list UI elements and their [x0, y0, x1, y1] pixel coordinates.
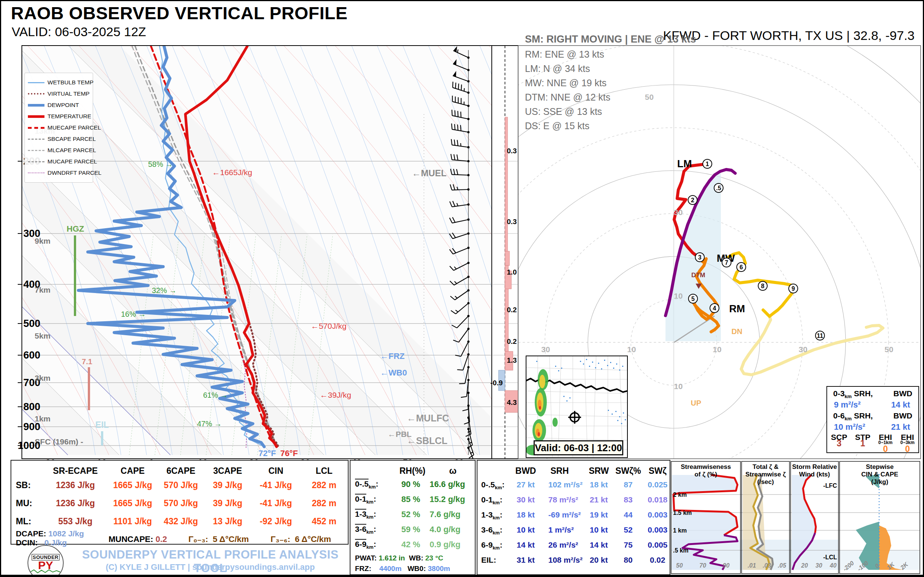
- footer: SOUNDER PY SOUNDERPY VERTICAL PROFILE AN…: [11, 546, 349, 576]
- bwd-header-SWζ: SWζ: [637, 466, 678, 476]
- radar-valid-label: Valid: 06-03 | 12:00: [535, 442, 622, 453]
- omega-label-0: 0.3: [507, 147, 517, 155]
- height-label-1km: 1km: [35, 414, 50, 423]
- legend-label-virtual: VIRTUAL TEMP: [47, 90, 90, 97]
- thermo-header-CIN: CIN: [253, 466, 299, 476]
- thermo-cell-0-2: 570 J/kg: [157, 480, 205, 490]
- hodo-label-DN: DN: [732, 327, 742, 335]
- panel-0-tick-90: 90: [723, 562, 730, 569]
- index-STP-1: STP1: [855, 434, 871, 452]
- panel-2-title-1: Wind (kts): [799, 471, 830, 478]
- thermo-cell-1-3: 39 J/kg: [203, 498, 252, 508]
- bwd-cell-0-0: 27 kt: [505, 480, 546, 489]
- panel-1-title-0: Total ζ &: [753, 463, 779, 471]
- hodo-marker-text-3: 3: [698, 254, 702, 261]
- storm-motion-line-4: DTM: NNE @ 12 kts: [525, 92, 696, 103]
- skewt-annotation-10: ←39J/kg: [320, 390, 351, 399]
- panel-3-title-2: (J/kg): [871, 478, 888, 485]
- thermo-rowlabel-MU:: MU:: [16, 498, 32, 508]
- storm-motion-line-1: RM: ENE @ 13 kts: [525, 49, 696, 60]
- skewt-annotation-0: ←1665J/kg: [212, 168, 252, 177]
- storm-motion-info: SM: RIGHT MOVING | ENE @ 13 ktsRM: ENE @…: [525, 34, 696, 135]
- bwd-layer-6-9: 6-9km:: [481, 540, 502, 551]
- hodo-marker-text-1: 1: [706, 161, 709, 167]
- rh-val-2: 52 %: [396, 509, 426, 519]
- skewt-annotation-7: ←FRZ: [380, 351, 405, 361]
- thermo-header-6CAPE: 6CAPE: [158, 466, 204, 476]
- omega-label-3: 0.2: [507, 306, 517, 314]
- thermo-cell-1-5: 282 m: [300, 498, 349, 508]
- skewt-annotation-9: 61% →: [203, 391, 228, 399]
- legend-label-dwndrft: DWNDRFT PARCEL: [47, 169, 101, 176]
- bwd-cell-3-0: 10 kt: [505, 525, 546, 534]
- thermo-cell-0-0: 1236 J/kg: [51, 480, 100, 490]
- hodo-marker-.5: .5: [714, 184, 723, 192]
- sounderpy-logo: SOUNDER PY: [27, 545, 64, 577]
- panel-2-tick-20: 20: [801, 562, 808, 569]
- footer-subtitle: (C) KYLE J GILLETT | sounderpysoundings.…: [67, 562, 354, 572]
- bwd-cell-2-0: 18 kt: [505, 510, 546, 519]
- srh-header-0: 0-3km SRH,BWD: [830, 389, 915, 399]
- bwd-cell-4-4: 0.005: [637, 540, 678, 550]
- omega-header: ω: [449, 466, 456, 476]
- panel-2-tick-30: 30: [816, 562, 822, 569]
- skewt-annotation-18: 72°F: [258, 448, 276, 458]
- hodo-marker-11: 11: [816, 331, 824, 340]
- hodo-ring-label-5: 10: [674, 292, 682, 300]
- w-val-1: 15.2 g/kg: [430, 495, 465, 504]
- hodo-label-DTM: DTM: [691, 272, 706, 279]
- omega-label-1: 0.3: [507, 218, 517, 226]
- legend-item-mlcape: MLCAPE PARCEL: [27, 145, 90, 155]
- panel-1-tick-.01: .01: [748, 562, 756, 569]
- storm-motion-line-3: MW: NNE @ 19 kts: [525, 77, 696, 89]
- thermo-cell-2-2: 432 J/kg: [157, 516, 205, 527]
- skewt-annotation-1: 58% →: [148, 160, 173, 168]
- hodo-marker-7: 7: [722, 258, 731, 267]
- rh-val-3: 59 %: [396, 525, 426, 534]
- omega-label-2: 1.0: [507, 268, 517, 276]
- legend-label-muecape: MUECAPE PARCEL: [47, 124, 101, 131]
- thermo-header-CAPE: CAPE: [110, 466, 155, 476]
- legend-item-wetbulb: WETBULB TEMP: [27, 77, 90, 87]
- legend-item-mucape: MUCAPE PARCEL: [27, 157, 90, 166]
- skewt-annotation-12: 47% →: [197, 419, 222, 428]
- hodo-marker-3: 3: [695, 253, 704, 262]
- bwd-cell-4-0: 14 kt: [505, 540, 546, 550]
- w-val-2: 7.6 g/kg: [430, 509, 460, 519]
- thermo-rowlabel-ML:: ML:: [16, 516, 31, 527]
- panel-1: [743, 475, 773, 570]
- pressure-tick-800: 800: [23, 401, 40, 413]
- legend-label-sbcape: SBCAPE PARCEL: [47, 135, 96, 142]
- legend-swatch-dewpoint: [28, 104, 44, 106]
- rh-val-1: 85 %: [396, 495, 426, 504]
- hodo-marker-9: 9: [789, 284, 798, 293]
- thermo-header-LCL: LCL: [302, 466, 347, 476]
- pwat-wb-row: PWAT: 1.612 in WB: 23 °C: [355, 554, 443, 562]
- bwd-layer-EIL:: EIL:: [481, 556, 496, 564]
- bwd-cell-5-0: 31 kt: [505, 556, 546, 564]
- omega-label-6: -0.9: [490, 379, 503, 387]
- thermo-cell-1-4: -41 J/kg: [251, 498, 300, 508]
- bwd-cell-1-0: 30 kt: [505, 495, 546, 504]
- hodo-marker-2: 2: [688, 195, 697, 205]
- hodo-marker-5: 5: [688, 294, 698, 303]
- hodo-marker-4: 4: [710, 303, 719, 313]
- hodo-marker-text-8: 8: [761, 283, 765, 289]
- legend-item-dewpoint: DEWPOINT: [27, 100, 90, 110]
- thermo-cell-0-3: 39 J/kg: [203, 480, 252, 490]
- hodo-marker-text-9: 9: [792, 285, 795, 292]
- thermo-cell-2-0: 553 J/kg: [51, 516, 100, 527]
- legend-swatch-wetbulb: [28, 82, 44, 83]
- skewt-annotation-5: 16% →: [121, 310, 146, 318]
- panel-1-title-1: Streamwise ζ: [745, 471, 786, 478]
- panel-2-title-0: Storm Relative: [792, 463, 837, 471]
- pressure-tick-600: 600: [23, 350, 40, 361]
- valid-time: VALID: 06-03-2025 12Z: [12, 24, 146, 39]
- thermo-rowlabel-SB:: SB:: [16, 480, 31, 490]
- legend-swatch-mucape: [28, 161, 44, 162]
- hodo-marker-8: 8: [758, 281, 767, 290]
- bwd-layer-0-1: 0-1km:: [481, 495, 502, 505]
- srh-summary-box: 0-3km SRH,BWD9 m²/s²14 kt0-6km SRH,BWD10…: [826, 386, 919, 453]
- skewt-annotation-19: 76°F: [280, 448, 298, 458]
- thermo-header-SR-ECAPE: SR-ECAPE: [53, 466, 98, 476]
